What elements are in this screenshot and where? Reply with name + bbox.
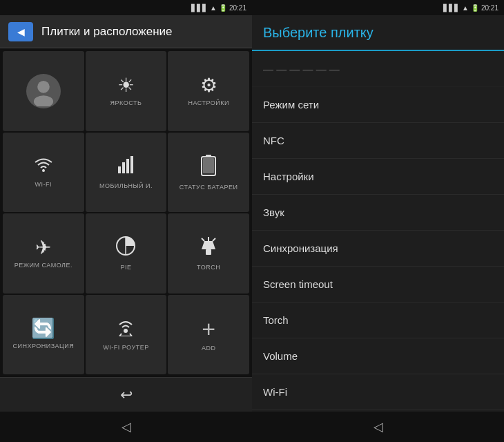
wifi-tile-icon — [33, 157, 54, 177]
menu-item-text-volume: Volume — [263, 350, 298, 362]
svg-line-16 — [213, 238, 215, 241]
menu-item-text-settings: Настройки — [263, 171, 314, 182]
status-icons-right: ▋▋▋ ▲ 🔋 20:21 — [443, 4, 498, 12]
list-item-screen-timeout[interactable]: Screen timeout — [252, 267, 504, 302]
tile-sync-label: СИНХРОНИЗАЦИЯ — [12, 343, 74, 349]
left-title: Плитки и расположение — [41, 25, 173, 39]
airplane-icon: ✈ — [35, 238, 51, 258]
tile-torch[interactable]: TORCH — [168, 213, 249, 294]
list-item-sound[interactable]: Звук — [252, 195, 504, 231]
tile-wifi-router-label: WI-FI РОУТЕР — [103, 344, 148, 351]
restore-icon[interactable]: ↩ — [120, 386, 133, 404]
svg-rect-3 — [118, 166, 121, 173]
tile-battery-label: СТАТУС БАТАРЕИ — [180, 184, 238, 191]
back-button[interactable]: ◀ — [8, 22, 33, 41]
menu-item-text-torch: Torch — [263, 314, 289, 326]
svg-rect-5 — [126, 159, 129, 173]
menu-item-text-screen-timeout: Screen timeout — [263, 278, 333, 290]
menu-item-text-network: Режим сети — [263, 99, 319, 110]
status-icons-left: ▋▋▋ ▲ 🔋 20:21 — [191, 4, 246, 12]
tile-pie[interactable]: PIE — [86, 213, 167, 294]
tile-add-label: ADD — [202, 345, 216, 352]
wifi-icon-status: ▲ — [210, 4, 217, 12]
tile-add[interactable]: + ADD — [168, 295, 249, 375]
avatar — [26, 74, 61, 108]
wifi-icon-right: ▲ — [462, 4, 469, 12]
tiles-grid: ☀ ЯРКОСТЬ ⚙ НАСТРОЙКИ WI-FI — [0, 48, 252, 377]
tile-sync[interactable]: 🔄 СИНХРОНИЗАЦИЯ — [3, 295, 84, 375]
svg-rect-6 — [130, 156, 133, 173]
menu-list: — — — — — — Режим сети NFC Настройки Зву… — [252, 51, 504, 412]
status-bar-right: ▋▋▋ ▲ 🔋 20:21 — [252, 0, 504, 15]
svg-point-1 — [34, 95, 53, 106]
tile-torch-label: TORCH — [197, 264, 220, 271]
menu-item-text-sound: Звук — [263, 206, 284, 218]
list-item-settings[interactable]: Настройки — [252, 159, 504, 195]
list-item-sync[interactable]: Синхронизация — [252, 231, 504, 267]
svg-point-17 — [124, 329, 128, 333]
time-left: 20:21 — [229, 4, 246, 12]
svg-line-15 — [202, 238, 204, 241]
battery-icon-status: 🔋 — [219, 4, 227, 12]
nav-bar-left: ◁ — [0, 412, 252, 442]
tile-brightness[interactable]: ☀ ЯРКОСТЬ — [86, 51, 167, 131]
list-item-wifi[interactable]: Wi-Fi — [252, 374, 504, 410]
list-item-torch[interactable]: Torch — [252, 302, 504, 338]
svg-rect-13 — [206, 249, 211, 255]
mobile-icon — [117, 155, 135, 178]
tile-mobile-label: МОБИЛЬНЫЙ И. — [99, 182, 153, 189]
left-panel: ▋▋▋ ▲ 🔋 20:21 ◀ Плитки и расположение ☀ … — [0, 0, 252, 442]
tile-airplane-label: РЕЖИМ САМОЛЕ. — [14, 262, 72, 269]
battery-icon-right: 🔋 — [471, 4, 479, 12]
settings-icon: ⚙ — [200, 76, 217, 95]
add-icon: + — [202, 317, 215, 340]
list-item-volume[interactable]: Volume — [252, 338, 504, 374]
right-header: Выберите плитку — [252, 15, 504, 51]
tile-battery[interactable]: СТАТУС БАТАРЕИ — [168, 133, 249, 213]
list-item-top[interactable]: — — — — — — — [252, 51, 504, 87]
tile-wifi-router[interactable]: WI-FI РОУТЕР — [86, 295, 167, 375]
signal-icon: ▋▋▋ — [191, 4, 208, 12]
left-header: ◀ Плитки и расположение — [0, 15, 252, 48]
battery-tile-icon — [201, 154, 216, 180]
svg-point-0 — [37, 81, 50, 93]
torch-icon — [199, 236, 218, 260]
tile-avatar[interactable] — [3, 51, 84, 131]
svg-rect-9 — [203, 158, 214, 173]
tile-mobile[interactable]: МОБИЛЬНЫЙ И. — [86, 133, 167, 213]
pie-icon — [115, 236, 136, 260]
nav-back-button-left[interactable]: ◁ — [113, 416, 140, 437]
tile-wifi[interactable]: WI-FI — [3, 133, 84, 213]
svg-rect-8 — [206, 155, 211, 157]
tile-settings[interactable]: ⚙ НАСТРОЙКИ — [168, 51, 249, 131]
status-bar-left: ▋▋▋ ▲ 🔋 20:21 — [0, 0, 252, 15]
signal-icon-right: ▋▋▋ — [443, 4, 460, 12]
menu-item-text-top: — — — — — — — [263, 63, 340, 75]
tile-airplane[interactable]: ✈ РЕЖИМ САМОЛЕ. — [3, 213, 84, 294]
nav-back-button-right[interactable]: ◁ — [365, 416, 392, 437]
nav-bar-right: ◁ — [252, 412, 504, 442]
back-icon: ◀ — [17, 26, 25, 37]
tile-brightness-label: ЯРКОСТЬ — [110, 99, 142, 106]
list-item-nfc[interactable]: NFC — [252, 123, 504, 159]
svg-marker-12 — [202, 241, 215, 249]
menu-item-text-nfc: NFC — [263, 135, 284, 146]
menu-item-text-sync: Синхронизация — [263, 242, 338, 254]
svg-point-2 — [42, 169, 45, 172]
menu-item-text-wifi: Wi-Fi — [263, 386, 287, 398]
tile-wifi-label: WI-FI — [35, 181, 52, 188]
time-right: 20:21 — [481, 4, 498, 12]
avatar-icon — [28, 76, 59, 106]
tile-pie-label: PIE — [120, 264, 131, 271]
right-panel: ▋▋▋ ▲ 🔋 20:21 Выберите плитку — — — — — … — [252, 0, 504, 442]
svg-rect-4 — [122, 162, 125, 173]
list-item-network[interactable]: Режим сети — [252, 87, 504, 123]
left-bottom-bar: ↩ — [0, 377, 252, 412]
sync-icon: 🔄 — [31, 319, 55, 338]
right-title: Выберите плитку — [263, 25, 374, 41]
tile-settings-label: НАСТРОЙКИ — [188, 99, 229, 106]
brightness-icon: ☀ — [117, 76, 135, 95]
wifi-router-icon — [115, 318, 136, 340]
